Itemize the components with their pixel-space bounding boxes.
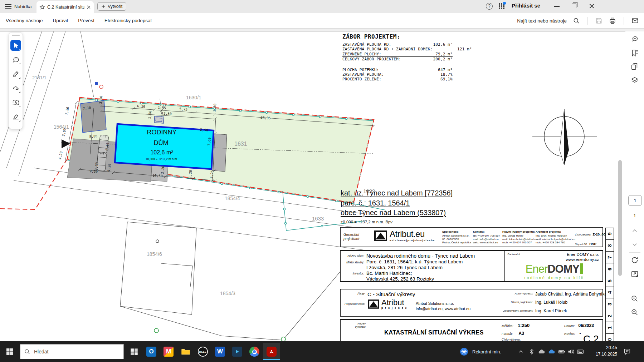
refresh-icon xyxy=(631,256,639,264)
taskbar-app-outlook[interactable]: O xyxy=(143,343,160,360)
tray-bluetooth[interactable] xyxy=(529,341,535,362)
start-button[interactable] xyxy=(1,343,18,360)
sidebar-divider xyxy=(629,252,640,253)
save-icon xyxy=(595,17,602,24)
share-email-button[interactable] xyxy=(631,17,639,25)
taskbar-app-dell[interactable]: DELL xyxy=(195,343,211,360)
cadastre-line: obec Týnec nad Labem (533807) xyxy=(341,208,453,218)
prime-video-icon xyxy=(232,347,242,357)
next-page-button[interactable] xyxy=(630,240,639,249)
nazev-vykresu: KATASTRÁLNÍ SITUAČNÍ VÝKRES xyxy=(384,329,484,336)
comment-tool-button[interactable] xyxy=(10,54,21,65)
freehand-draw-icon xyxy=(12,85,19,92)
taskbar-app-word[interactable]: W xyxy=(212,343,228,360)
minimize-button[interactable] xyxy=(554,6,560,7)
print-button[interactable] xyxy=(609,17,616,25)
projektant-casti-label: Projektant části: xyxy=(343,302,365,306)
investor-1: Bc. Martin Haničinec; xyxy=(366,271,412,276)
layers-panel-button[interactable] xyxy=(630,76,639,84)
layers-icon xyxy=(631,76,639,84)
fit-page-button[interactable] xyxy=(630,269,639,278)
atribut-logo: Atribut.eu asistence|projekce|stavba xyxy=(374,230,435,242)
add-text-tool-button[interactable] xyxy=(10,97,21,108)
menu-edit[interactable]: Upravit xyxy=(53,18,68,23)
clock-date: 17.10.2025 xyxy=(589,351,617,357)
zoom-in-button[interactable] xyxy=(630,294,639,303)
menu-convert[interactable]: Převést xyxy=(78,18,94,23)
titleblock-row-project: Název akce: Novostavba rodinného domu - … xyxy=(340,250,603,282)
sign-in-button[interactable]: Přihlásit se xyxy=(512,3,540,9)
search-icon xyxy=(24,348,30,355)
investor-2: Václavská 425, 252 63 Roztoky xyxy=(366,276,434,282)
format-cell: Formát: A3 xyxy=(502,330,524,336)
svg-text:23,95: 23,95 xyxy=(260,115,271,120)
rotate-page-button[interactable] xyxy=(630,256,639,264)
taskbar-app-acrobat[interactable] xyxy=(263,343,280,360)
find-tools-button[interactable]: Najít text nebo nástroje xyxy=(517,18,567,24)
dell-icon: DELL xyxy=(198,347,208,357)
contact-cell: Kontakt: tel: +420 607 706 557 mail: inf… xyxy=(473,230,500,244)
save-button[interactable] xyxy=(595,17,603,25)
house-title-1: RODINNÝ xyxy=(147,129,176,136)
bookmarks-panel-button[interactable] xyxy=(630,49,639,57)
vertical-scrollbar-thumb[interactable] xyxy=(618,160,622,276)
taskbar-app-m365[interactable]: M xyxy=(160,343,177,360)
zoom-out-button[interactable] xyxy=(630,308,639,317)
menu-esign[interactable]: Elektronicky podepsat xyxy=(104,18,152,23)
search-button[interactable] xyxy=(572,17,580,25)
zadavatel-web: www.enerdomy.cz xyxy=(566,257,599,262)
action-center-icon xyxy=(623,348,631,356)
m365-icon: M xyxy=(164,347,174,357)
hlavni-projektant-label: Hlavní projektant: xyxy=(502,301,533,304)
notification-center-button[interactable] xyxy=(623,341,631,362)
pencil-icon xyxy=(12,70,19,78)
thumbnails-panel-button[interactable] xyxy=(630,62,639,71)
taskbar-search-input[interactable]: Hledat xyxy=(20,344,124,359)
highlight-tool-button[interactable] xyxy=(10,69,21,79)
comments-panel-button[interactable] xyxy=(630,35,639,44)
select-tool-button[interactable] xyxy=(10,40,21,51)
sign-tool-button[interactable] xyxy=(10,111,21,122)
zabor-row: CELKOVÝ ZÁBOR PROJEKTEM:200,2 m² xyxy=(342,57,453,61)
bookmark-icon xyxy=(631,49,639,57)
tray-chevron-up[interactable] xyxy=(518,341,524,362)
windows-taskbar: Hledat O M DELL W xyxy=(0,341,644,362)
windows-logo-icon xyxy=(5,347,14,356)
battery-icon xyxy=(558,348,565,355)
tray-onedrive[interactable] xyxy=(548,341,555,362)
tray-keyboard[interactable] xyxy=(577,341,584,362)
tools-menu-bar: Všechny nástroje Upravit Převést Elektro… xyxy=(0,13,644,29)
palette-drag-handle[interactable] xyxy=(12,35,20,36)
taskbar-app-store[interactable] xyxy=(126,343,142,360)
help-button[interactable]: ? xyxy=(486,3,493,10)
meritko-cell: Měřítko: 1:250 xyxy=(502,322,530,328)
weather-widget[interactable]: Rekordní min. xyxy=(459,341,501,362)
close-window-button[interactable] xyxy=(589,3,595,9)
tray-volume[interactable] xyxy=(567,341,575,362)
taskbar-app-primevideo[interactable] xyxy=(229,343,245,360)
taskbar-app-explorer[interactable] xyxy=(177,343,194,360)
taskbar-app-chrome[interactable] xyxy=(246,343,263,360)
house-title-2: DŮM xyxy=(154,139,169,147)
acrobat-icon xyxy=(267,347,277,357)
taskbar-clock[interactable]: 20:45 17.10.2025 xyxy=(589,344,617,357)
order-cell: Číslo zakázky: Z-20_0048 Stupeň PD: DSP xyxy=(575,230,609,247)
tray-cloud[interactable] xyxy=(538,341,545,362)
project-boundary-red-ext xyxy=(0,159,67,209)
investor-label: Investor: xyxy=(343,272,364,275)
chrome-icon xyxy=(249,347,259,357)
previous-page-button[interactable] xyxy=(630,227,639,235)
page-number-input[interactable]: 1 xyxy=(628,195,642,206)
atribut-logo-small: Atribut p r o j e k c e xyxy=(367,299,407,309)
toolbar-separator xyxy=(624,17,624,25)
survey-point-green xyxy=(154,328,158,333)
parcel-label: 1630/1 xyxy=(186,95,201,100)
menu-all-tools[interactable]: Všechny nástroje xyxy=(6,18,43,23)
text-box-icon xyxy=(12,99,19,106)
draw-tool-button[interactable] xyxy=(10,83,21,94)
tray-battery[interactable] xyxy=(558,341,565,362)
zabor-row: PROCENTO ZELENĚ:69,1% xyxy=(342,77,453,81)
svg-text:2,50: 2,50 xyxy=(200,128,209,132)
survey-point xyxy=(156,240,159,243)
restore-button[interactable] xyxy=(572,4,576,8)
